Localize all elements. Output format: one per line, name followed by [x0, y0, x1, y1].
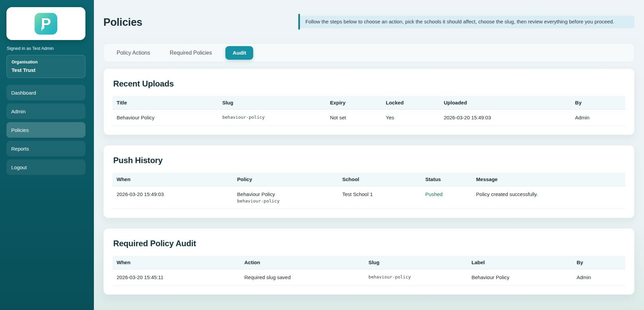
- col-action: Action: [240, 256, 364, 269]
- cell-by: Admin: [571, 110, 625, 126]
- table-header-row: When Action Slug Label By: [113, 256, 625, 269]
- cell-when: 2026-03-20 15:49:03: [113, 186, 233, 209]
- table-header-row: Title Slug Expiry Locked Uploaded By: [113, 96, 625, 110]
- sidebar-item-admin[interactable]: Admin: [6, 103, 85, 119]
- cell-slug: behaviour-policy: [364, 269, 467, 286]
- push-history-title: Push History: [113, 156, 625, 165]
- col-school: School: [338, 173, 421, 186]
- sidebar-item-logout[interactable]: Logout: [6, 159, 85, 175]
- push-history-table: When Policy School Status Message 2026-0…: [113, 173, 625, 209]
- col-uploaded: Uploaded: [440, 96, 571, 110]
- cell-expiry: Not set: [326, 110, 382, 126]
- main-content: Policies Follow the steps below to choos…: [94, 0, 644, 310]
- cell-policy-name: Behaviour Policy: [237, 191, 334, 197]
- cell-label: Behaviour Policy: [467, 269, 572, 286]
- table-row: 2026-03-20 15:45:11 Required slug saved …: [113, 269, 625, 286]
- col-status: Status: [421, 173, 472, 186]
- col-title: Title: [113, 96, 218, 110]
- page-title: Policies: [103, 16, 142, 28]
- cell-school: Test School 1: [338, 186, 421, 209]
- cell-uploaded: 2026-03-20 15:49:03: [440, 110, 571, 126]
- table-row: Behaviour Policy behaviour-policy Not se…: [113, 110, 625, 126]
- cell-policy-slug: behaviour-policy: [237, 198, 334, 204]
- page-header: Policies Follow the steps below to choos…: [103, 16, 635, 28]
- app-logo-icon: P: [35, 13, 57, 35]
- organisation-box: Organisation Test Trust: [6, 55, 85, 78]
- tab-required-policies[interactable]: Required Policies: [164, 46, 218, 59]
- recent-uploads-card: Recent Uploads Title Slug Expiry Locked …: [103, 69, 635, 135]
- banner-accent-bar: [298, 14, 300, 30]
- col-by: By: [572, 256, 625, 269]
- sidebar-item-policies[interactable]: Policies: [6, 122, 85, 138]
- cell-locked: Yes: [382, 110, 440, 126]
- info-banner-text: Follow the steps below to choose an acti…: [305, 19, 614, 24]
- status-badge: Pushed: [421, 186, 472, 209]
- cell-message: Policy created successfully.: [472, 186, 625, 209]
- table-row: 2026-03-20 15:49:03 Behaviour Policy beh…: [113, 186, 625, 209]
- col-policy: Policy: [233, 173, 338, 186]
- tab-bar: Policy Actions Required Policies Audit: [103, 43, 635, 62]
- col-label: Label: [467, 256, 572, 269]
- required-policy-audit-card: Required Policy Audit When Action Slug L…: [103, 228, 635, 295]
- cell-by: Admin: [572, 269, 625, 286]
- col-message: Message: [472, 173, 625, 186]
- organisation-name: Test Trust: [12, 67, 80, 73]
- sidebar-nav: Dashboard Admin Policies Reports Logout: [6, 85, 85, 175]
- tab-policy-actions[interactable]: Policy Actions: [110, 46, 156, 59]
- cell-policy: Behaviour Policy behaviour-policy: [233, 186, 338, 209]
- col-slug: Slug: [218, 96, 326, 110]
- col-expiry: Expiry: [326, 96, 382, 110]
- sidebar: P Signed in as Test Admin Organisation T…: [0, 0, 94, 310]
- required-policy-audit-table: When Action Slug Label By 2026-03-20 15:…: [113, 256, 625, 286]
- required-policy-audit-title: Required Policy Audit: [113, 239, 625, 248]
- info-banner: Follow the steps below to choose an acti…: [299, 16, 635, 28]
- sidebar-item-reports[interactable]: Reports: [6, 141, 85, 156]
- col-by: By: [571, 96, 625, 110]
- sidebar-item-dashboard[interactable]: Dashboard: [6, 85, 85, 100]
- cell-action: Required slug saved: [240, 269, 364, 286]
- cell-when: 2026-03-20 15:45:11: [113, 269, 240, 286]
- col-slug: Slug: [364, 256, 467, 269]
- col-when: When: [113, 256, 240, 269]
- cell-title: Behaviour Policy: [113, 110, 218, 126]
- recent-uploads-title: Recent Uploads: [113, 79, 625, 89]
- push-history-card: Push History When Policy School Status M…: [103, 145, 635, 218]
- tab-audit[interactable]: Audit: [225, 46, 253, 60]
- col-when: When: [113, 173, 233, 186]
- table-header-row: When Policy School Status Message: [113, 173, 625, 186]
- organisation-label: Organisation: [12, 60, 80, 64]
- col-locked: Locked: [382, 96, 440, 110]
- logo-card: P: [6, 7, 85, 40]
- recent-uploads-table: Title Slug Expiry Locked Uploaded By Beh…: [113, 96, 625, 126]
- signed-in-text: Signed in as Test Admin: [7, 46, 85, 51]
- cell-slug: behaviour-policy: [218, 110, 326, 126]
